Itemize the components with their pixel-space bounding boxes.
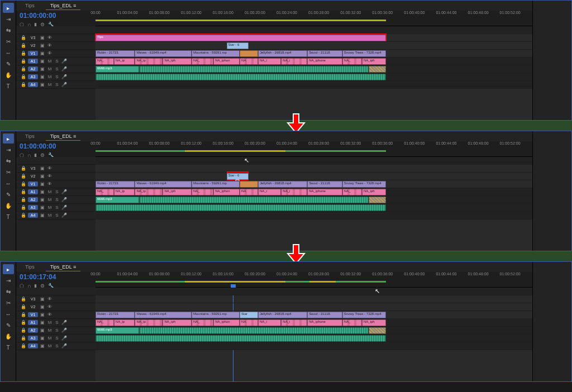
audio-clip[interactable]: NA_i (281, 58, 307, 65)
track-header-a2[interactable]: 🔒A2▣MS🎤 (16, 196, 96, 204)
slip-tool-icon[interactable]: ↔ (3, 178, 14, 188)
video-clip[interactable] (240, 50, 258, 57)
audio-clip[interactable]: NA_ip (114, 58, 135, 65)
track-header-a2[interactable]: 🔒A2▣MS🎤 (16, 65, 96, 73)
toggle-output-icon[interactable]: ▣ (40, 66, 45, 71)
current-timecode[interactable]: 01:00:00:00 (20, 12, 92, 20)
pen-tool-icon[interactable]: ✎ (3, 189, 14, 199)
audio-clip[interactable]: NA_iphone (307, 58, 342, 65)
eye-icon[interactable]: 👁 (47, 297, 53, 302)
audio-clip[interactable]: NA_iph (362, 189, 386, 195)
toggle-output-icon[interactable]: ▣ (40, 174, 45, 179)
track-header-a4[interactable]: 🔒A4▣MS🎤 (16, 212, 96, 219)
audio-clip[interactable]: NA_iphon (213, 58, 240, 65)
solo-icon[interactable]: S (54, 66, 60, 71)
razor-tool-icon[interactable]: ✂ (3, 36, 14, 46)
lock-icon[interactable]: 🔒 (21, 74, 26, 79)
video-clip[interactable]: Waves - 61949.mp4 (135, 312, 192, 318)
track-header-[interactable] (16, 288, 96, 295)
lock-icon[interactable]: 🔒 (21, 328, 26, 333)
ripple-tool-icon[interactable]: ⇆ (3, 286, 14, 297)
video-clip[interactable]: Jellyfish - 26818.mp4 (258, 312, 307, 318)
selection-tool-icon[interactable]: ▸ (3, 3, 14, 13)
hand-tool-icon[interactable]: ✋ (3, 70, 14, 80)
audio-clip[interactable]: NA_i (281, 319, 307, 326)
audio-clip[interactable]: NA_ip (114, 189, 135, 195)
audio-clip[interactable]: NA_iphon (213, 319, 240, 326)
lock-icon[interactable]: 🔒 (21, 189, 26, 194)
voice-icon[interactable]: 🎤 (61, 82, 67, 87)
track-target[interactable]: V2 (28, 304, 38, 309)
toggle-output-icon[interactable]: ▣ (40, 213, 45, 218)
slip-tool-icon[interactable]: ↔ (3, 309, 14, 319)
time-ruler[interactable]: 00:0001:00:04:0001:00:08:0001:00:12:0001… (96, 272, 532, 288)
pen-tool-icon[interactable]: ✎ (3, 320, 14, 330)
track-target[interactable]: V1 (28, 51, 38, 56)
toggle-output-icon[interactable]: ▣ (40, 51, 45, 56)
track-header-v3[interactable]: 🔒V3▣👁 (16, 34, 96, 42)
toggle-output-icon[interactable]: ▣ (40, 312, 45, 317)
toggle-output-icon[interactable]: ▣ (40, 181, 45, 187)
mute-icon[interactable]: M (47, 336, 53, 341)
track-select-tool-icon[interactable]: ⇥ (3, 275, 14, 285)
track-header-v1[interactable]: 🔒V1▣👁 (16, 311, 96, 319)
razor-tool-icon[interactable]: ✂ (3, 167, 14, 177)
track-target[interactable]: V3 (28, 297, 38, 302)
audio-clip[interactable]: NA_ (96, 58, 114, 65)
lock-icon[interactable]: 🔒 (21, 43, 26, 48)
track-header-v3[interactable]: 🔒V3▣👁 (16, 295, 96, 303)
audio-clip[interactable]: NA_ip (114, 319, 135, 326)
video-clip[interactable] (240, 181, 258, 188)
selection-tool-icon[interactable]: ▸ (3, 264, 14, 274)
eye-icon[interactable]: 👁 (47, 174, 53, 179)
track-target[interactable]: V1 (28, 312, 38, 317)
voice-icon[interactable]: 🎤 (61, 336, 67, 341)
audio-clip[interactable]: NA_i (281, 189, 307, 195)
lock-icon[interactable]: 🔒 (21, 336, 26, 341)
mute-icon[interactable]: M (47, 343, 53, 348)
toggle-output-icon[interactable]: ▣ (40, 197, 45, 202)
solo-icon[interactable]: S (54, 343, 60, 348)
tab-tips[interactable]: Tips (21, 263, 39, 271)
hand-tool-icon[interactable]: ✋ (3, 200, 14, 211)
video-clip[interactable]: Snowy Trees - 7328.mp4 (342, 50, 386, 57)
audio-clip[interactable]: NA_ (96, 319, 114, 326)
track-target[interactable]: V2 (28, 174, 38, 179)
mute-icon[interactable]: M (47, 82, 53, 87)
video-clip[interactable]: Mountains - 59291.mp (192, 50, 240, 57)
track-target[interactable]: A1 (28, 59, 38, 64)
lock-icon[interactable]: 🔒 (21, 320, 26, 325)
track-header-a2[interactable]: 🔒A2▣MS🎤 (16, 327, 96, 334)
tab-tips-edl[interactable]: Tips_EDL ≡ (46, 263, 81, 271)
tab-tips-edl[interactable]: Tips_EDL ≡ (46, 132, 81, 141)
track-header-a4[interactable]: 🔒A4▣MS🎤 (16, 81, 96, 89)
current-timecode[interactable]: 01:00:00:00 (20, 142, 92, 150)
track-header-v3[interactable]: 🔒V3▣👁 (16, 165, 96, 173)
track-select-tool-icon[interactable]: ⇥ (3, 14, 14, 24)
mute-icon[interactable]: M (47, 59, 53, 64)
toggle-output-icon[interactable]: ▣ (40, 297, 45, 302)
lock-icon[interactable]: 🔒 (21, 59, 26, 64)
mute-icon[interactable]: M (47, 197, 53, 202)
slip-tool-icon[interactable]: ↔ (3, 47, 14, 58)
eye-icon[interactable]: 👁 (47, 166, 53, 171)
tab-tips[interactable]: Tips (21, 2, 39, 9)
video-clip[interactable]: Star (240, 312, 258, 318)
audio-clip[interactable]: NA_ip (135, 319, 163, 326)
solo-icon[interactable]: S (54, 189, 60, 194)
track-target[interactable]: V3 (28, 35, 38, 40)
audio-clip[interactable]: NA_iph (163, 189, 192, 195)
track-select-tool-icon[interactable]: ⇥ (3, 145, 14, 155)
audio-clip[interactable]: NA_ (96, 189, 114, 195)
track-target[interactable]: A4 (28, 213, 38, 218)
track-header-v1[interactable]: 🔒V1▣👁 (16, 180, 96, 188)
toggle-output-icon[interactable]: ▣ (40, 205, 45, 210)
track-target[interactable]: A2 (28, 197, 38, 202)
mute-icon[interactable]: M (47, 213, 53, 218)
audio-clip[interactable]: NA (240, 189, 258, 195)
eye-icon[interactable]: 👁 (47, 35, 53, 40)
toggle-output-icon[interactable]: ▣ (40, 59, 45, 64)
audio-clip[interactable]: NA_iph (362, 319, 386, 326)
toggle-output-icon[interactable]: ▣ (40, 189, 45, 194)
video-clip[interactable]: Mountains - 59291.mp (192, 181, 240, 188)
